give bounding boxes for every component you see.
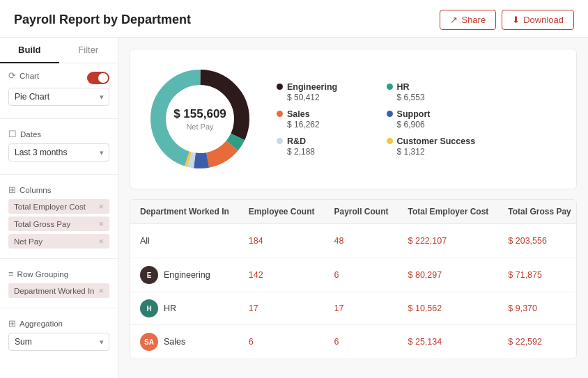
tag-label: Total Gross Pay (14, 220, 70, 228)
tab-build[interactable]: Build (0, 38, 59, 63)
cell-dept: SA Sales (130, 325, 239, 359)
cell-gross-pay[interactable]: $ 71,875 (498, 258, 577, 292)
share-icon: ↗ (450, 15, 458, 25)
tag-remove-net-pay[interactable]: × (98, 237, 104, 246)
legend-engineering-name: Engineering (277, 82, 366, 92)
cell-employee-count[interactable]: 17 (239, 292, 325, 325)
tag-label: Net Pay (14, 237, 42, 246)
cell-employer-cost[interactable]: $ 25,134 (399, 325, 499, 359)
legend-dot-engineering (277, 84, 283, 90)
table-row: E Engineering 142 6 $ 80,297 $ 71,875 $ … (130, 258, 577, 292)
chart-section-label: ⟳ Chart (8, 70, 39, 81)
donut-center: $ 155,609 Net Pay (173, 107, 226, 131)
row-grouping-section: ≡ Row Grouping Department Worked In × (0, 262, 118, 305)
legend-customer-success-value: $ 1,312 (387, 147, 476, 157)
legend-support-value: $ 6,906 (387, 120, 476, 129)
legend-rnd: R&D $ 2,188 (277, 136, 366, 157)
columns-label: ⊞ Columns (8, 184, 109, 195)
dept-cell-engineering: E Engineering (140, 266, 229, 284)
legend-dot-hr (387, 84, 393, 90)
chart-card: $ 155,609 Net Pay Engineering $ 50,412 (130, 49, 577, 189)
legend-dot-sales (277, 111, 283, 117)
table-row: SA Sales 6 6 $ 25,134 $ 22,592 $ 16,262 (130, 325, 577, 359)
cell-employer-cost[interactable]: $ 222,107 (399, 224, 499, 258)
legend-support: Support $ 6,906 (387, 109, 476, 129)
col-total-employer-cost: Total Employer Cost (399, 200, 499, 224)
cell-payroll-count[interactable]: 17 (325, 292, 399, 325)
legend-dot-customer-success (387, 138, 393, 144)
cell-employee-count[interactable]: 184 (239, 224, 325, 258)
download-button[interactable]: ⬇ Download (502, 10, 574, 30)
dates-label: ☐ Dates (8, 129, 109, 139)
cell-payroll-count[interactable]: 6 (325, 325, 399, 359)
sidebar-tabs: Build Filter (0, 38, 118, 63)
cell-gross-pay[interactable]: $ 22,592 (498, 325, 577, 359)
legend-sales: Sales $ 16,262 (277, 109, 366, 129)
legend-hr-value: $ 6,553 (387, 93, 476, 102)
chart-section: ⟳ Chart Pie Chart Bar Chart Line Chart (0, 63, 118, 116)
main-layout: Build Filter ⟳ Chart Pie Chart (0, 38, 588, 378)
tag-remove-gross-pay[interactable]: × (98, 219, 104, 228)
data-table-card: Department Worked In Employee Count Payr… (130, 199, 577, 359)
chart-icon: ⟳ (8, 70, 16, 81)
legend-hr: HR $ 6,553 (387, 82, 476, 102)
donut-amount: $ 155,609 (173, 107, 226, 121)
table-row: H HR 17 17 $ 10,562 $ 9,370 $ 6,553 (130, 292, 577, 325)
tag-label: Total Employer Cost (14, 203, 86, 211)
chart-type-select[interactable]: Pie Chart Bar Chart Line Chart (8, 88, 109, 106)
dept-cell-sales: SA Sales (140, 333, 229, 351)
divider-3 (0, 258, 118, 259)
page-header: Payroll Report by Department ↗ Share ⬇ D… (0, 0, 588, 38)
cell-employer-cost[interactable]: $ 10,562 (399, 292, 499, 325)
legend-rnd-value: $ 2,188 (277, 147, 366, 157)
col-total-gross-pay: Total Gross Pay (498, 200, 577, 224)
aggregation-select[interactable]: Sum Average Count (8, 333, 109, 351)
avatar-engineering: E (140, 266, 158, 284)
cell-dept: H HR (130, 292, 239, 325)
tag-dept-worked-in: Department Worked In × (8, 283, 109, 298)
columns-text: Columns (20, 186, 51, 194)
col-dept: Department Worked In (130, 200, 239, 224)
tag-net-pay: Net Pay × (8, 234, 109, 249)
col-employee-count: Employee Count (239, 200, 325, 224)
avatar-hr: H (140, 299, 158, 317)
tag-remove-employer-cost[interactable]: × (98, 202, 104, 211)
cell-dept: E Engineering (130, 258, 239, 292)
chart-toggle[interactable] (87, 72, 109, 84)
table-row: All 184 48 $ 222,107 $ 203,556 $ 155,609 (130, 224, 577, 258)
divider-1 (0, 118, 118, 119)
cell-payroll-count[interactable]: 6 (325, 258, 399, 292)
dept-name: Sales (164, 337, 185, 347)
donut-label: Net Pay (173, 123, 226, 131)
tag-remove-dept[interactable]: × (98, 286, 104, 295)
chart-label: Chart (20, 72, 39, 80)
legend-engineering-value: $ 50,412 (277, 93, 366, 102)
aggregation-icon: ⊞ (8, 318, 16, 329)
dept-name: Engineering (164, 270, 210, 280)
tab-filter[interactable]: Filter (59, 38, 118, 63)
cell-employee-count[interactable]: 142 (239, 258, 325, 292)
aggregation-label: ⊞ Aggregation (8, 318, 109, 329)
avatar-sales: SA (140, 333, 158, 351)
cell-dept: All (130, 224, 239, 258)
share-label: Share (461, 15, 486, 25)
cell-payroll-count[interactable]: 48 (325, 224, 399, 258)
legend-engineering: Engineering $ 50,412 (277, 82, 366, 102)
main-content: $ 155,609 Net Pay Engineering $ 50,412 (118, 38, 588, 378)
share-button[interactable]: ↗ Share (440, 10, 496, 30)
legend-customer-success-name: Customer Success (387, 136, 476, 146)
table-header-row: Department Worked In Employee Count Payr… (130, 200, 577, 224)
aggregation-text: Aggregation (20, 320, 63, 328)
cell-gross-pay[interactable]: $ 9,370 (498, 292, 577, 325)
cell-employee-count[interactable]: 6 (239, 325, 325, 359)
toggle-knob (98, 73, 108, 83)
date-range-select[interactable]: Last 3 months Last 6 months Last year (8, 143, 109, 162)
row-grouping-text: Row Grouping (17, 270, 69, 278)
aggregation-section: ⊞ Aggregation Sum Average Count (0, 311, 118, 361)
payroll-table: Department Worked In Employee Count Payr… (130, 200, 577, 359)
tag-total-employer-cost: Total Employer Cost × (8, 199, 109, 214)
cell-gross-pay[interactable]: $ 203,556 (498, 224, 577, 258)
legend-customer-success: Customer Success $ 1,312 (387, 136, 476, 157)
cell-employer-cost[interactable]: $ 80,297 (399, 258, 499, 292)
chart-toggle-row: ⟳ Chart (8, 70, 109, 85)
